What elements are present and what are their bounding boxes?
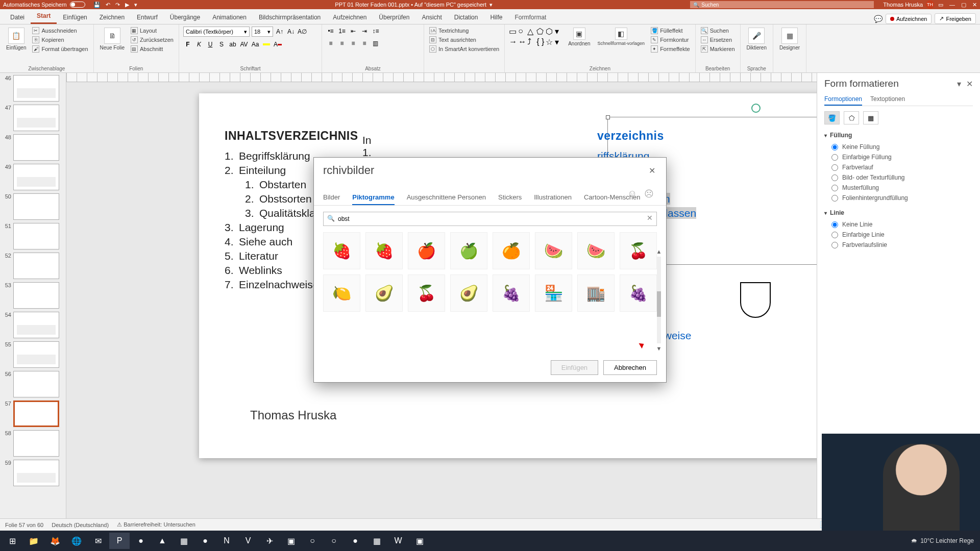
- user-account[interactable]: Thomas Hruska TH: [883, 1, 934, 9]
- font-size-select[interactable]: 18▾: [252, 27, 273, 37]
- dialog-close-button[interactable]: ✕: [647, 166, 657, 176]
- app-icon[interactable]: ▦: [174, 533, 194, 549]
- fill-line-tab-icon[interactable]: 🪣: [824, 111, 840, 124]
- tab-text-options[interactable]: Textoptionen: [870, 93, 905, 106]
- select-button[interactable]: ⇱Markieren: [700, 45, 736, 53]
- fill-effect-button[interactable]: 🪣Fülleffekt: [650, 27, 691, 35]
- tab-bilder[interactable]: Bilder: [323, 190, 340, 205]
- rotate-handle-icon[interactable]: [751, 104, 761, 113]
- thumb-52[interactable]: 52: [1, 253, 65, 279]
- arrange-button[interactable]: ▣Anordnen: [566, 27, 592, 47]
- app-icon[interactable]: ●: [345, 533, 365, 549]
- tab-einfuegen[interactable]: Einfügen: [57, 11, 93, 24]
- tab-praesentation[interactable]: Bildschirmpräsentation: [253, 11, 327, 24]
- slide-counter[interactable]: Folie 57 von 60: [5, 522, 43, 528]
- tab-uebergaenge[interactable]: Übergänge: [164, 11, 206, 24]
- clear-format-icon[interactable]: A∅: [298, 27, 307, 36]
- app-icon[interactable]: ▣: [281, 533, 301, 549]
- shape-icon[interactable]: { }: [536, 37, 545, 47]
- italic-button[interactable]: K: [194, 40, 204, 49]
- thumb-56[interactable]: 56: [1, 371, 65, 397]
- toggle-icon[interactable]: [70, 2, 85, 8]
- shape-icon[interactable]: ↔: [518, 37, 526, 47]
- icon-cell[interactable]: 🍇: [620, 274, 657, 312]
- icon-cell[interactable]: 🍉: [577, 232, 615, 269]
- text-direction-button[interactable]: ↕ATextrichtung: [428, 27, 500, 35]
- start-button[interactable]: ⊞: [2, 533, 22, 549]
- find-button[interactable]: 🔍Suchen: [700, 27, 736, 35]
- thumb-54[interactable]: 54: [1, 312, 65, 338]
- tab-personen[interactable]: Ausgeschnittene Personen: [407, 190, 486, 205]
- icon-cell[interactable]: 🥑: [365, 274, 403, 312]
- weather-widget[interactable]: 🌧10°C Leichter Rege: [911, 537, 974, 544]
- icon-search-input[interactable]: [323, 212, 657, 226]
- language-status[interactable]: Deutsch (Deutschland): [52, 522, 109, 528]
- sad-face-icon[interactable]: ☹: [644, 188, 654, 199]
- smartart-button[interactable]: ⬡In SmartArt konvertieren: [428, 45, 500, 53]
- autosave-toggle[interactable]: Automatisches Speichern: [3, 2, 85, 8]
- tab-piktogramme[interactable]: Piktogramme: [352, 190, 394, 205]
- thumb-48[interactable]: 48: [1, 134, 65, 161]
- spacing-button[interactable]: AV: [239, 40, 249, 49]
- align-right-button[interactable]: ≡: [349, 39, 358, 48]
- cut-button[interactable]: ✂Ausschneiden: [31, 27, 89, 35]
- app-icon[interactable]: ✈: [259, 533, 280, 549]
- share-button[interactable]: ↗Freigeben: [935, 13, 976, 24]
- line-section-header[interactable]: Linie: [824, 209, 973, 216]
- app-icon[interactable]: ○: [324, 533, 344, 549]
- opt-no-fill[interactable]: Keine Füllung: [824, 142, 973, 152]
- numbering-button[interactable]: 1≡: [337, 27, 347, 36]
- fill-section-header[interactable]: Füllung: [824, 132, 973, 139]
- designer-button[interactable]: ▦Designer: [777, 27, 802, 52]
- icon-cell[interactable]: 🍎: [408, 232, 445, 269]
- align-center-button[interactable]: ≡: [337, 39, 347, 48]
- tab-aufzeichnen[interactable]: Aufzeichnen: [327, 11, 373, 24]
- tab-form-options[interactable]: Formoptionen: [824, 93, 862, 106]
- outline-button[interactable]: ✎Formkontur: [650, 36, 691, 44]
- thumb-47[interactable]: 47: [1, 105, 65, 131]
- opt-pattern-fill[interactable]: Musterfüllung: [824, 183, 973, 193]
- effects-button[interactable]: ✦Formeffekte: [650, 45, 691, 53]
- underline-button[interactable]: U: [206, 40, 215, 49]
- opt-no-line[interactable]: Keine Linie: [824, 219, 973, 230]
- chrome-icon[interactable]: 🌐: [66, 533, 87, 549]
- shape-icon[interactable]: ⬠: [536, 27, 545, 36]
- powerpoint-icon[interactable]: P: [109, 533, 130, 549]
- shape-icon[interactable]: →: [509, 37, 517, 47]
- shrink-font-icon[interactable]: A↓: [286, 27, 296, 36]
- maximize-icon[interactable]: ▢: [961, 2, 966, 8]
- save-icon[interactable]: 💾: [93, 2, 101, 8]
- copy-button[interactable]: ⎘Kopieren: [31, 36, 89, 44]
- font-select[interactable]: Calibri (Textkörper)▾: [183, 27, 250, 37]
- tab-datei[interactable]: Datei: [4, 11, 31, 24]
- icon-cell[interactable]: 🍇: [493, 274, 530, 312]
- tab-formformat[interactable]: Formformat: [508, 11, 552, 24]
- tab-animationen[interactable]: Animationen: [206, 11, 253, 24]
- thumb-50[interactable]: 50: [1, 193, 65, 220]
- shape-icon[interactable]: ⤴: [527, 37, 535, 47]
- app-icon[interactable]: V: [238, 533, 258, 549]
- app-icon[interactable]: ○: [302, 533, 323, 549]
- thumb-49[interactable]: 49: [1, 164, 65, 190]
- icon-cell[interactable]: 🍏: [450, 232, 487, 269]
- shape-icon[interactable]: ⬡: [546, 27, 554, 36]
- icon-cell[interactable]: 🍓: [365, 232, 403, 269]
- thumb-51[interactable]: 51: [1, 223, 65, 249]
- close-icon[interactable]: ✕: [972, 2, 977, 8]
- dictate-button[interactable]: 🎤Diktieren: [745, 27, 769, 52]
- comments-icon[interactable]: 💬: [874, 15, 883, 23]
- thumb-55[interactable]: 55: [1, 341, 65, 368]
- thumb-57[interactable]: 57: [1, 400, 65, 427]
- search-box[interactable]: 🔍 Suchen: [690, 1, 874, 8]
- tab-dictation[interactable]: Dictation: [448, 11, 484, 24]
- align-text-button[interactable]: ⊟Text ausrichten: [428, 36, 500, 44]
- opt-gradient-line[interactable]: Farbverlaufslinie: [824, 240, 973, 250]
- size-tab-icon[interactable]: ▦: [863, 111, 878, 124]
- app-icon[interactable]: ▦: [366, 533, 387, 549]
- icon-cell[interactable]: 🍋: [323, 274, 360, 312]
- icon-cell[interactable]: 🏪: [535, 274, 572, 312]
- minimize-icon[interactable]: —: [949, 2, 955, 8]
- slideshow-icon[interactable]: ▶: [125, 2, 129, 8]
- icon-cell[interactable]: 🍉: [535, 232, 572, 269]
- tab-hilfe[interactable]: Hilfe: [484, 11, 508, 24]
